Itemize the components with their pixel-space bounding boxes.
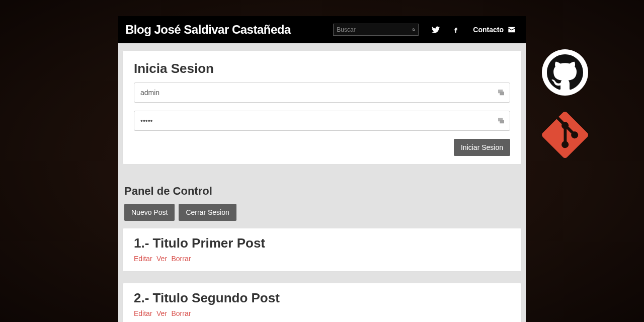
- git-sticker: [542, 112, 588, 158]
- edit-link[interactable]: Editar: [134, 255, 152, 263]
- username-field-wrap: [134, 83, 510, 103]
- site-title: Blog José Saldivar Castañeda: [125, 23, 291, 37]
- post-actions: Editar Ver Borrar: [134, 309, 510, 318]
- post-card: 2.- Titulo Segundo Post Editar Ver Borra…: [122, 283, 522, 322]
- password-input[interactable]: [134, 111, 510, 131]
- contact-link[interactable]: Contacto: [473, 26, 516, 34]
- delete-link[interactable]: Borrar: [172, 309, 191, 317]
- svg-rect-1: [500, 92, 504, 95]
- search-input[interactable]: [337, 26, 412, 33]
- logout-button[interactable]: Cerrar Sesion: [179, 204, 236, 221]
- contact-label: Contacto: [473, 26, 504, 34]
- github-icon: [547, 54, 583, 91]
- password-manager-icon[interactable]: [497, 117, 505, 125]
- password-manager-icon[interactable]: [497, 89, 505, 97]
- twitter-icon: [432, 26, 440, 34]
- login-section: Inicia Sesion Iniciar Sesion: [118, 43, 526, 172]
- username-input[interactable]: [134, 83, 510, 103]
- search-box[interactable]: [333, 24, 419, 36]
- post-card: 1.- Titulo Primer Post Editar Ver Borrar: [122, 228, 522, 272]
- login-submit-button[interactable]: Iniciar Sesion: [454, 139, 510, 156]
- delete-link[interactable]: Borrar: [172, 255, 191, 263]
- envelope-icon: [508, 26, 516, 34]
- git-icon: [542, 112, 588, 158]
- view-link[interactable]: Ver: [156, 255, 167, 263]
- app-window: Blog José Saldivar Castañeda Contacto In…: [118, 16, 526, 322]
- post-title: 2.- Titulo Segundo Post: [134, 290, 510, 306]
- control-panel-section: Panel de Control Nuevo Post Cerrar Sesio…: [118, 176, 526, 322]
- search-icon: [412, 27, 415, 33]
- facebook-link[interactable]: [452, 26, 460, 34]
- view-link[interactable]: Ver: [156, 309, 167, 317]
- new-post-button[interactable]: Nuevo Post: [124, 204, 175, 221]
- login-title: Inicia Sesion: [134, 61, 510, 76]
- svg-rect-3: [500, 120, 504, 123]
- edit-link[interactable]: Editar: [134, 309, 152, 317]
- github-sticker: [542, 49, 588, 96]
- twitter-link[interactable]: [432, 26, 440, 34]
- topbar: Blog José Saldivar Castañeda Contacto: [118, 16, 526, 43]
- login-card: Inicia Sesion Iniciar Sesion: [122, 50, 522, 165]
- panel-title: Panel de Control: [124, 185, 522, 198]
- post-actions: Editar Ver Borrar: [134, 254, 510, 263]
- post-title: 1.- Titulo Primer Post: [134, 235, 510, 251]
- password-field-wrap: [134, 111, 510, 131]
- facebook-icon: [452, 26, 460, 34]
